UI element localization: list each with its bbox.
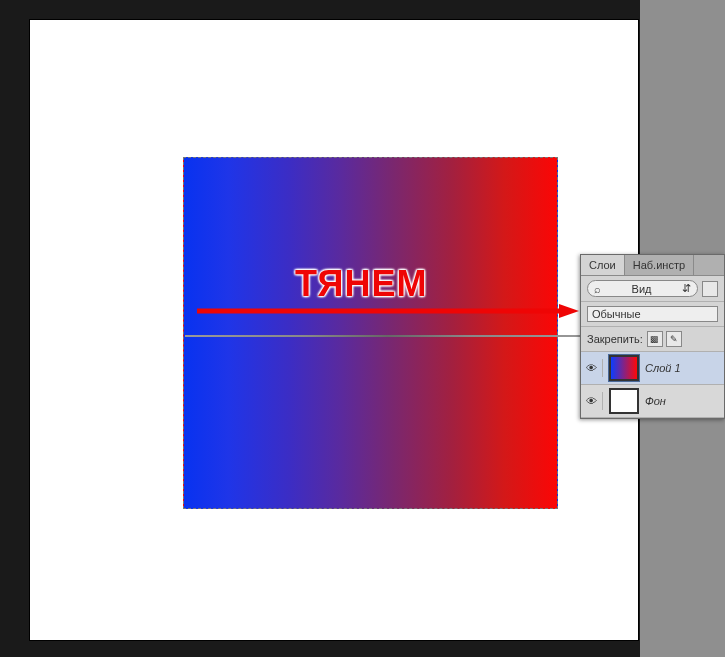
blend-mode-select[interactable]: Обычные [587,306,718,322]
dropdown-arrows-icon: ⇵ [682,282,691,295]
filter-select[interactable]: ⌕ Вид ⇵ [587,280,698,297]
visibility-icon[interactable]: 👁 [585,392,603,410]
layer-thumbnail[interactable] [609,355,639,381]
filter-row: ⌕ Вид ⇵ [581,276,724,302]
annotation-label: ТЯНЕМ [295,263,427,305]
layer-name: Фон [645,395,666,407]
filter-label: Вид [632,283,652,295]
gradient-drag-line [185,335,590,337]
annotation-arrow-icon [197,304,579,318]
search-icon: ⌕ [594,283,601,295]
layers-list: 👁 Слой 1 👁 Фон [581,352,724,418]
lock-icons-group: ▩ ✎ [647,331,682,347]
tab-layers[interactable]: Слои [581,255,625,275]
lock-paint-icon[interactable]: ✎ [666,331,682,347]
layer-name: Слой 1 [645,362,681,374]
layers-panel: Слои Наб.инстр ⌕ Вид ⇵ Обычные Закрепить… [580,254,725,419]
lock-transparency-icon[interactable]: ▩ [647,331,663,347]
tab-nav-instr[interactable]: Наб.инстр [625,255,694,275]
canvas[interactable]: ✥ ТЯНЕМ [30,20,638,640]
gradient-selection[interactable] [183,157,558,509]
lock-row: Закрепить: ▩ ✎ [581,327,724,352]
lock-label: Закрепить: [587,333,643,345]
layer-thumbnail[interactable] [609,388,639,414]
svg-marker-1 [559,304,579,318]
visibility-icon[interactable]: 👁 [585,359,603,377]
layer-item-background[interactable]: 👁 Фон [581,385,724,418]
blend-mode-row: Обычные [581,302,724,327]
layer-item-1[interactable]: 👁 Слой 1 [581,352,724,385]
panel-tabs: Слои Наб.инстр [581,255,724,276]
filter-extra-button[interactable] [702,281,718,297]
